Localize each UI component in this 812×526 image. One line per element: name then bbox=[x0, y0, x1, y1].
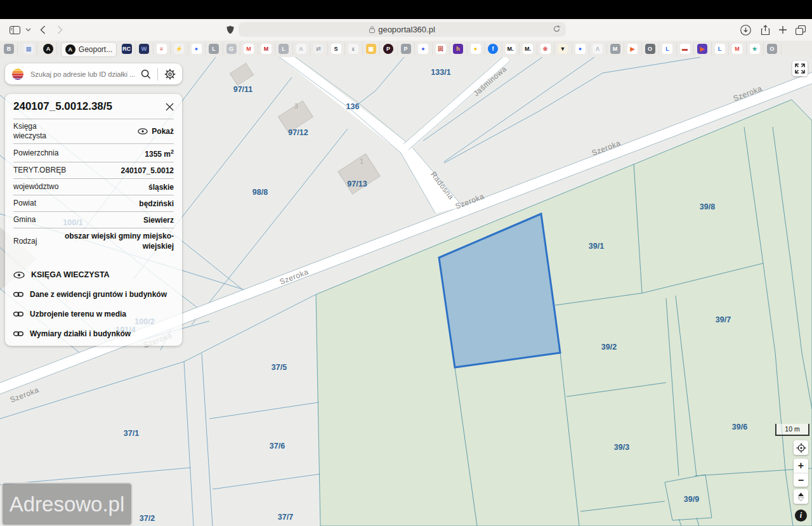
favicon: L bbox=[209, 44, 219, 54]
search-icon[interactable] bbox=[141, 69, 151, 79]
tab-active-geoportal[interactable]: A Geoport... bbox=[61, 42, 117, 57]
tab-favicon[interactable]: ★ bbox=[746, 43, 764, 55]
back-button[interactable] bbox=[37, 19, 48, 41]
favicon: f bbox=[488, 44, 498, 54]
tab-favicon[interactable]: M bbox=[606, 43, 624, 55]
tab-favicon[interactable]: ● bbox=[572, 43, 589, 55]
tab-favicon[interactable]: M bbox=[258, 43, 275, 55]
tab-favicon[interactable]: L bbox=[659, 43, 677, 55]
fullscreen-button[interactable] bbox=[792, 61, 808, 76]
locate-button[interactable] bbox=[794, 440, 808, 455]
tab-overview-icon[interactable] bbox=[794, 19, 808, 41]
address-bar[interactable]: geoportal360.pl bbox=[239, 22, 566, 37]
gear-icon[interactable] bbox=[164, 69, 176, 80]
parcel-label: 39/6 bbox=[732, 423, 747, 431]
tab-favicon[interactable]: P bbox=[380, 43, 398, 55]
tab-favicon[interactable]: ε bbox=[345, 43, 363, 55]
pinned-tab[interactable]: A bbox=[40, 43, 57, 55]
tab-favicon[interactable]: ⚡ bbox=[171, 43, 188, 55]
info-row: województwośląskie bbox=[13, 179, 174, 195]
info-row: Powiatbędziński bbox=[13, 195, 174, 212]
ksiega-wieczysta-section[interactable]: KSIĘGA WIECZYSTA bbox=[13, 270, 174, 279]
info-row: GminaSiewierz bbox=[13, 212, 174, 228]
tab-favicon[interactable]: ▣ bbox=[362, 43, 380, 55]
parcel-label: 97/13 bbox=[347, 180, 367, 188]
tab-favicon[interactable]: L bbox=[206, 43, 223, 55]
tab-favicon[interactable]: Λ bbox=[292, 43, 310, 55]
tab-favicon[interactable]: ≡ bbox=[153, 43, 171, 55]
eye-icon bbox=[13, 272, 25, 279]
tab-favicon[interactable]: P bbox=[397, 43, 415, 55]
favicon: L bbox=[278, 44, 289, 54]
tab-favicon[interactable]: G bbox=[223, 43, 240, 55]
tab-favicon[interactable]: ● bbox=[415, 43, 433, 55]
parcel-id-title: 240107_5.0012.38/5 bbox=[13, 100, 166, 113]
favicon: ● bbox=[575, 44, 586, 54]
tab-favicon[interactable]: O bbox=[764, 43, 782, 55]
sidebar-icon[interactable] bbox=[8, 19, 22, 41]
tab-favicon[interactable]: M. bbox=[502, 43, 520, 55]
tab-favicon[interactable]: ⇄ bbox=[310, 43, 328, 55]
tab-favicon[interactable]: M. bbox=[520, 43, 537, 55]
url-text: geoportal360.pl bbox=[378, 25, 435, 34]
tab-favicon[interactable]: Λ bbox=[589, 43, 607, 55]
parcel-label: 39/3 bbox=[614, 443, 629, 452]
tab-favicon[interactable]: ▶ bbox=[694, 43, 712, 55]
favicon: M bbox=[610, 44, 620, 54]
tab-favicon[interactable]: f bbox=[485, 43, 502, 55]
tab-favicon[interactable]: L bbox=[275, 43, 293, 55]
tab-favicon[interactable]: ▶ bbox=[624, 43, 642, 55]
favicon: M. bbox=[523, 44, 533, 54]
tab-favicon[interactable]: L bbox=[711, 43, 729, 55]
tab-favicon[interactable]: O bbox=[641, 43, 659, 55]
zoom-out-button[interactable]: − bbox=[794, 473, 808, 487]
building-label: 3 bbox=[294, 103, 298, 110]
parcel-label: 37/7 bbox=[278, 513, 293, 522]
close-icon[interactable] bbox=[166, 103, 174, 111]
tab-favicon[interactable]: M bbox=[240, 43, 258, 55]
parcel-label: 37/5 bbox=[272, 363, 287, 372]
favicon: ≡ bbox=[157, 44, 167, 54]
parcel-label: 39/7 bbox=[716, 315, 731, 324]
tab-favicon[interactable]: W bbox=[136, 43, 154, 55]
tab-favicon[interactable]: ❀ bbox=[537, 43, 554, 55]
forward-button[interactable] bbox=[54, 19, 65, 41]
privacy-shield-icon[interactable] bbox=[224, 19, 237, 41]
info-row: Księga wieczystaPokaż bbox=[13, 119, 174, 144]
tab-favicon[interactable]: ▼ bbox=[554, 43, 572, 55]
favicon: RC bbox=[122, 44, 132, 54]
favicon: M bbox=[732, 44, 742, 54]
tab-favicon[interactable]: S bbox=[327, 43, 345, 55]
downloads-icon[interactable] bbox=[739, 19, 752, 41]
favicon: ▼ bbox=[558, 44, 568, 54]
chevron-down-icon[interactable] bbox=[23, 19, 32, 41]
search-input[interactable] bbox=[29, 70, 141, 79]
parcel-label: 98/8 bbox=[252, 188, 268, 197]
tab-favicon[interactable]: ● bbox=[188, 43, 206, 55]
panel-link[interactable]: Dane z ewidencji gruntów i budynków bbox=[13, 290, 174, 299]
share-icon[interactable] bbox=[759, 19, 771, 41]
favicon: M bbox=[261, 44, 272, 54]
favicon: Λ bbox=[593, 44, 603, 54]
info-button[interactable]: i bbox=[795, 510, 807, 522]
favicon: ❀ bbox=[540, 44, 551, 54]
panel-link[interactable]: Wymiary działki i budynków bbox=[13, 329, 174, 338]
favicon: B bbox=[4, 44, 14, 54]
new-tab-icon[interactable] bbox=[776, 19, 789, 41]
tab-favicon[interactable]: ● bbox=[467, 43, 485, 55]
pinned-tab[interactable]: B bbox=[1, 43, 18, 55]
favicon: W bbox=[139, 44, 149, 54]
favicon: ▶ bbox=[627, 44, 638, 54]
tab-favicon[interactable]: 回 bbox=[432, 43, 450, 55]
panel-link[interactable]: Uzbrojenie terenu w media bbox=[13, 310, 174, 319]
tab-favicon[interactable]: M bbox=[729, 43, 747, 55]
pinned-tab[interactable]: ▤ bbox=[20, 43, 37, 55]
search-card bbox=[5, 63, 182, 84]
pitch-toggle-button[interactable] bbox=[794, 489, 808, 504]
zoom-in-button[interactable]: + bbox=[794, 459, 808, 473]
reload-icon[interactable] bbox=[553, 25, 561, 35]
tab-favicon[interactable]: h bbox=[450, 43, 468, 55]
favicon: ▬ bbox=[680, 44, 690, 54]
tab-favicon[interactable]: ▬ bbox=[676, 43, 694, 55]
tab-favicon[interactable]: RC bbox=[118, 43, 136, 55]
